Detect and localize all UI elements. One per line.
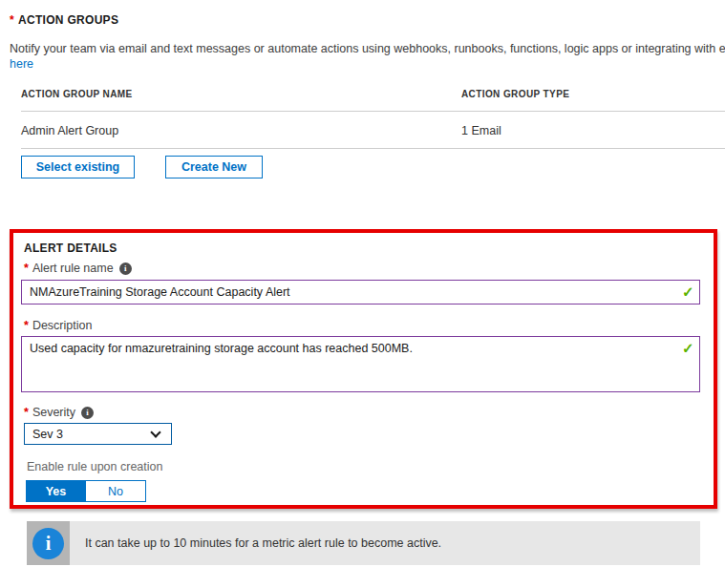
enable-rule-label: Enable rule upon creation	[27, 460, 162, 473]
required-asterisk: *	[24, 262, 29, 275]
alert-rule-form: *ACTION GROUPS Notify your team via emai…	[0, 0, 725, 588]
toggle-no-button[interactable]: No	[86, 480, 146, 502]
severity-dropdown[interactable]: Sev 3	[24, 423, 172, 445]
required-asterisk: *	[10, 13, 14, 27]
enable-rule-toggle: Yes No	[26, 480, 146, 502]
info-icon[interactable]: i	[81, 407, 94, 419]
action-groups-description: Notify your team via email and text mess…	[10, 42, 725, 57]
alert-details-title: ALERT DETAILS	[24, 242, 117, 255]
alert-rule-name-label-text: Alert rule name	[32, 262, 114, 275]
alert-rule-name-label: * Alert rule name i	[24, 262, 132, 275]
table-header-divider	[21, 111, 725, 112]
valid-check-icon: ✓	[682, 284, 694, 301]
severity-label-text: Severity	[32, 406, 75, 419]
table-row-divider	[21, 148, 725, 149]
action-group-name-cell: Admin Alert Group	[21, 124, 118, 137]
required-asterisk: *	[24, 319, 29, 332]
info-banner-text: It can take up to 10 minutes for a metri…	[70, 521, 700, 565]
learn-more-link[interactable]: here	[10, 57, 33, 71]
valid-check-icon: ✓	[682, 340, 694, 357]
alert-rule-name-input[interactable]	[21, 280, 700, 304]
description-label-text: Description	[32, 319, 93, 332]
description-textarea[interactable]: Used capacity for nmazuretraining storag…	[21, 336, 700, 392]
action-groups-title: *ACTION GROUPS	[10, 13, 118, 27]
alert-details-highlight-annotation: ALERT DETAILS * Alert rule name i ✓ * De…	[10, 229, 717, 509]
action-groups-title-text: ACTION GROUPS	[18, 13, 118, 27]
info-icon: i	[32, 528, 64, 559]
column-header-type: ACTION GROUP TYPE	[461, 89, 569, 99]
info-banner-icon-box: i	[27, 521, 70, 565]
create-new-button[interactable]: Create New	[165, 156, 263, 178]
chevron-down-icon	[150, 427, 160, 437]
info-banner: i It can take up to 10 minutes for a met…	[27, 521, 700, 565]
severity-label: * Severity i	[24, 406, 94, 419]
action-group-type-cell: 1 Email	[461, 124, 501, 137]
severity-selected-value: Sev 3	[25, 428, 152, 441]
required-asterisk: *	[24, 406, 29, 419]
column-header-name: ACTION GROUP NAME	[21, 89, 133, 99]
toggle-yes-button[interactable]: Yes	[26, 480, 86, 502]
description-label: * Description	[24, 319, 92, 332]
info-icon[interactable]: i	[119, 262, 132, 275]
select-existing-button[interactable]: Select existing	[21, 156, 135, 178]
